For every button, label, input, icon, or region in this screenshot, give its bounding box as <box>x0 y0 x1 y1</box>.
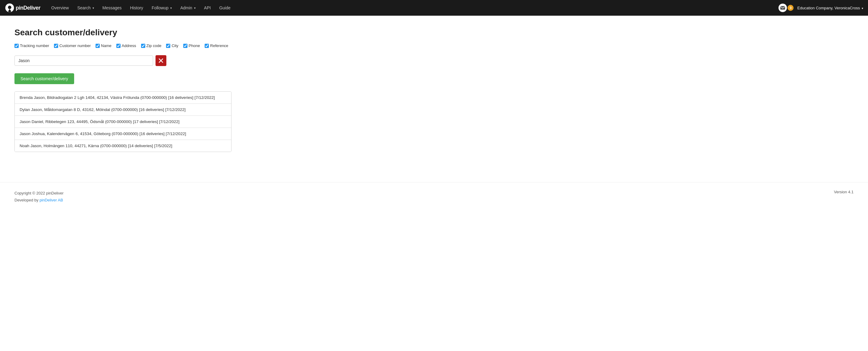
nav-item-overview[interactable]: Overview <box>48 3 72 13</box>
nav-item-admin[interactable]: Admin ▾ <box>177 3 199 13</box>
checkbox-phone[interactable] <box>183 44 187 48</box>
filter-reference[interactable]: Reference <box>205 43 228 48</box>
search-dropdown-arrow: ▾ <box>93 6 94 10</box>
main-nav: pinDeliver Overview Search ▾ Messages Hi… <box>0 0 868 16</box>
checkbox-tracking[interactable] <box>14 44 19 48</box>
filter-label-zip: Zip code <box>147 43 161 48</box>
followup-dropdown-arrow: ▾ <box>170 6 172 10</box>
results-list: Brenda Jason, Bildradiogatan 2 Lgh 1404,… <box>14 91 231 152</box>
company-user: Education Company, VeronicaCross ▾ <box>797 6 863 10</box>
filter-customer[interactable]: Customer number <box>54 43 91 48</box>
brand-logo[interactable]: pinDeliver <box>5 3 40 13</box>
svg-point-1 <box>8 6 11 9</box>
filter-label-tracking: Tracking number <box>20 43 49 48</box>
mail-count: 0 <box>787 5 794 11</box>
checkbox-address[interactable] <box>116 44 121 48</box>
search-row <box>14 55 257 66</box>
filter-label-name: Name <box>101 43 112 48</box>
filter-zip[interactable]: Zip code <box>141 43 161 48</box>
logo-icon <box>5 3 14 13</box>
clear-button[interactable] <box>156 55 166 66</box>
nav-right: 0 Education Company, VeronicaCross ▾ <box>778 4 863 12</box>
nav-menu: Overview Search ▾ Messages History Follo… <box>48 3 778 13</box>
nav-item-followup[interactable]: Followup ▾ <box>148 3 176 13</box>
filter-row: Tracking numberCustomer numberNameAddres… <box>14 43 257 48</box>
filter-tracking[interactable]: Tracking number <box>14 43 49 48</box>
svg-rect-2 <box>780 6 785 10</box>
result-item[interactable]: Jason Daniel, Ribbetegen 123, 44495, Öds… <box>15 116 231 128</box>
footer-left: Copyright © 2022 pinDeliver Developed by… <box>14 190 64 204</box>
developed-by: Developed by pinDeliver AB <box>14 197 64 204</box>
nav-item-search[interactable]: Search ▾ <box>73 3 97 13</box>
checkbox-name[interactable] <box>96 44 100 48</box>
brand-name: pinDeliver <box>16 5 40 11</box>
version-text: Version 4.1 <box>834 190 854 194</box>
result-item[interactable]: Brenda Jason, Bildradiogatan 2 Lgh 1404,… <box>15 92 231 104</box>
pindeliver-link[interactable]: pinDeliver AB <box>39 198 63 202</box>
filter-name[interactable]: Name <box>96 43 112 48</box>
nav-item-messages[interactable]: Messages <box>99 3 125 13</box>
times-icon <box>159 59 163 63</box>
search-input[interactable] <box>14 56 153 66</box>
result-item[interactable]: Dylan Jason, Måldomargatan 8 D, 43162, M… <box>15 104 231 116</box>
filter-label-customer: Customer number <box>59 43 91 48</box>
checkbox-reference[interactable] <box>205 44 209 48</box>
result-item[interactable]: Noah Jason, Holmängen 110, 44271, Kärna … <box>15 140 231 152</box>
mail-notification[interactable]: 0 <box>778 4 794 12</box>
result-item[interactable]: Jason Joshua, Kalendervägen 6, 41534, Gö… <box>15 128 231 140</box>
filter-city[interactable]: City <box>166 43 178 48</box>
main-content: Search customer/delivery Tracking number… <box>0 16 271 164</box>
nav-item-api[interactable]: API <box>200 3 215 13</box>
user-dropdown-arrow: ▾ <box>862 7 863 10</box>
envelope-icon <box>780 6 785 10</box>
filter-phone[interactable]: Phone <box>183 43 200 48</box>
filter-label-address: Address <box>122 43 136 48</box>
filter-label-reference: Reference <box>210 43 228 48</box>
checkbox-zip[interactable] <box>141 44 145 48</box>
mail-icon <box>778 4 787 12</box>
copyright-text: Copyright © 2022 pinDeliver <box>14 190 64 197</box>
checkbox-city[interactable] <box>166 44 170 48</box>
nav-item-history[interactable]: History <box>127 3 147 13</box>
footer: Copyright © 2022 pinDeliver Developed by… <box>0 182 868 211</box>
nav-item-guide[interactable]: Guide <box>216 3 234 13</box>
page-title: Search customer/delivery <box>14 28 257 37</box>
filter-address[interactable]: Address <box>116 43 136 48</box>
admin-dropdown-arrow: ▾ <box>194 6 195 10</box>
filter-label-city: City <box>172 43 178 48</box>
checkbox-customer[interactable] <box>54 44 58 48</box>
filter-label-phone: Phone <box>189 43 200 48</box>
search-button[interactable]: Search customer/delivery <box>14 73 74 84</box>
